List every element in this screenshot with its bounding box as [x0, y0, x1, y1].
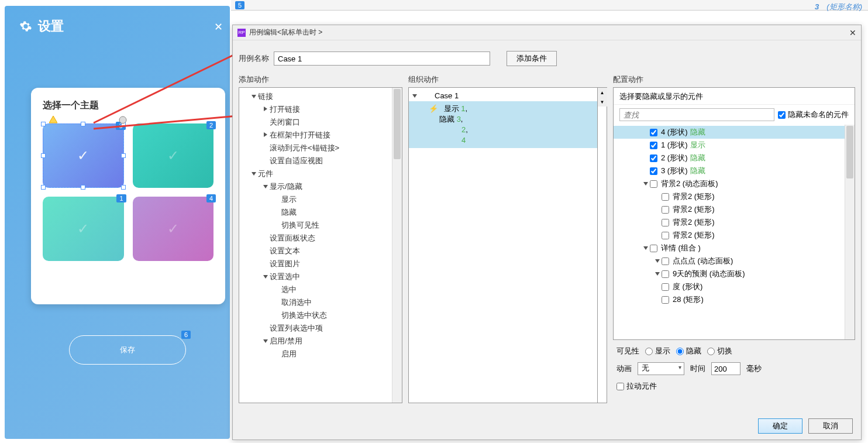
vis-show-radio[interactable]: 显示 [645, 346, 670, 356]
animation-row: 动画 无 时间 毫秒 [616, 362, 852, 375]
tile-badge: 2 [206, 121, 216, 129]
case-name-input[interactable] [274, 51, 490, 66]
move-up-button[interactable]: ▲ [598, 88, 607, 97]
section-headers: 添加动作 组织动作 配置动作 [233, 71, 861, 87]
configure-tree-item[interactable]: 度 (形状) [614, 280, 845, 293]
configure-tree-item[interactable]: 背景2 (矩形) [614, 190, 845, 203]
item-checkbox[interactable] [662, 232, 669, 239]
search-input[interactable] [619, 108, 774, 121]
dialog-top-row: 用例名称 添加条件 [233, 40, 861, 71]
save-button[interactable]: 保存 [69, 335, 186, 365]
actions-tree[interactable]: 链接打开链接关闭窗口在框架中打开链接滚动到元件<锚链接>设置自适应视图元件显示/… [239, 88, 392, 403]
ruler-top [231, 0, 868, 11]
configure-tree-item[interactable]: 背景2 (矩形) [614, 216, 845, 229]
actions-scrollbar[interactable] [392, 88, 402, 403]
theme-tile-4[interactable]: 4 ✓ [133, 197, 214, 261]
item-checkbox[interactable] [650, 154, 657, 162]
configure-tree-item[interactable]: 4 (形状)隐藏 [614, 126, 845, 139]
item-checkbox[interactable] [650, 245, 657, 252]
item-checkbox[interactable] [662, 193, 669, 201]
action-tree-item[interactable]: 显示/隐藏 [239, 180, 392, 193]
case-label: Case 1 [435, 91, 459, 100]
configure-tree-item[interactable]: 详情 (组合 ) [614, 242, 845, 255]
organize-updown: ▲ ▼ [597, 88, 607, 403]
action-tree-item[interactable]: 启用 [239, 348, 392, 360]
configure-tree-item[interactable]: 28 (矩形) [614, 293, 845, 306]
configure-tree-item[interactable]: 2 (形状)隐藏 [614, 152, 845, 164]
configure-tree-item[interactable]: 背景2 (矩形) [614, 203, 845, 216]
configure-tree-item[interactable]: 1 (形状)显示 [614, 139, 845, 152]
item-checkbox[interactable] [662, 296, 669, 304]
item-checkbox[interactable] [662, 257, 669, 265]
item-checkbox[interactable] [650, 167, 657, 175]
theme-tile-2[interactable]: 2 ✓ [133, 123, 214, 188]
time-input[interactable] [711, 362, 740, 375]
circle-marker [119, 116, 127, 124]
action-tree-item[interactable]: 设置文本 [239, 245, 392, 257]
item-checkbox[interactable] [662, 219, 669, 226]
configure-options: 可见性 显示 隐藏 切换 动画 无 时间 毫秒 拉动元件 [613, 340, 855, 403]
anim-select[interactable]: 无 [638, 362, 684, 375]
vis-toggle-radio[interactable]: 切换 [707, 346, 732, 356]
action-tree-item[interactable]: 打开链接 [239, 103, 392, 116]
action-tree-item[interactable]: 取消选中 [239, 296, 392, 309]
action-tree-item[interactable]: 设置列表选中项 [239, 322, 392, 335]
move-down-button[interactable]: ▼ [598, 97, 607, 107]
configure-scrollbar[interactable] [845, 125, 855, 339]
add-condition-button[interactable]: 添加条件 [507, 51, 557, 66]
action-tree-item[interactable]: 隐藏 [239, 206, 392, 219]
action-tree-item[interactable]: 选中 [239, 283, 392, 296]
action-tree-item[interactable]: 设置选中 [239, 270, 392, 283]
configure-tree[interactable]: 4 (形状)隐藏1 (形状)显示2 (形状)隐藏3 (形状)隐藏背景2 (动态面… [614, 125, 845, 339]
hide-unnamed-chk[interactable] [778, 111, 786, 119]
action-tree-item[interactable]: 在框架中打开链接 [239, 129, 392, 142]
action-tree-item[interactable]: 元件 [239, 167, 392, 180]
configure-tree-item[interactable]: 背景2 (动态面板) [614, 177, 845, 190]
configure-tree-item[interactable]: 9天的预测 (动态面板) [614, 267, 845, 280]
close-icon[interactable]: ✕ [849, 28, 856, 37]
action-tree-item[interactable]: 关闭窗口 [239, 116, 392, 129]
action-tree-item[interactable]: 设置图片 [239, 257, 392, 270]
gear-icon [19, 20, 32, 33]
item-checkbox[interactable] [650, 129, 657, 136]
dialog-title: 用例编辑<鼠标单击时 > [249, 28, 322, 37]
top-shape-text: (矩形名称) [826, 2, 862, 11]
item-checkbox[interactable] [650, 142, 657, 149]
app-icon: RP [237, 29, 246, 37]
cancel-button[interactable]: 取消 [808, 418, 853, 434]
action-tree-item[interactable]: 显示 [239, 193, 392, 206]
panel-badge-5: 5 [235, 1, 244, 9]
save-button-wrap: 保存 6 [69, 335, 186, 365]
settings-close-icon[interactable]: ✕ [214, 20, 223, 33]
action-tree-item[interactable]: 切换选中状态 [239, 309, 392, 322]
theme-tile-3[interactable]: 1 ✓ [43, 197, 124, 261]
drag-checkbox[interactable]: 拉动元件 [616, 381, 657, 392]
settings-header: 设置 [5, 6, 230, 47]
action-tree-item[interactable]: 启用/禁用 [239, 335, 392, 348]
item-checkbox[interactable] [662, 270, 669, 278]
action-tree-item[interactable]: 设置面板状态 [239, 232, 392, 245]
configure-tree-item[interactable]: 背景2 (矩形) [614, 229, 845, 242]
item-checkbox[interactable] [662, 283, 669, 291]
action-tree-item[interactable]: 滚动到元件<锚链接> [239, 142, 392, 154]
action-tree-item[interactable]: 切换可见性 [239, 219, 392, 232]
top-shape-label: 3 (矩形名称) [815, 0, 862, 12]
hide-unnamed-checkbox[interactable]: 隐藏未命名的元件 [778, 109, 849, 120]
configure-tree-item[interactable]: 3 (形状)隐藏 [614, 164, 845, 177]
drag-chk[interactable] [616, 383, 624, 390]
header-configure-action: 配置动作 [613, 74, 855, 85]
dialog-footer: 确定 取消 [233, 413, 861, 439]
bolt-icon: ⚡ [429, 104, 438, 113]
action-tree-item[interactable]: 链接 [239, 90, 392, 103]
organize-content: Case 1 ⚡ 显示 1, 隐藏 3, 2, 4 [409, 88, 597, 403]
action-row[interactable]: ⚡ 显示 1, 隐藏 3, 2, 4 [409, 101, 597, 148]
case-header[interactable]: Case 1 [409, 90, 597, 101]
item-checkbox[interactable] [662, 206, 669, 214]
configure-search-row: 隐藏未命名的元件 [614, 105, 855, 125]
action-tree-item[interactable]: 设置自适应视图 [239, 154, 392, 167]
vis-hide-radio[interactable]: 隐藏 [676, 346, 701, 356]
item-checkbox[interactable] [650, 180, 657, 188]
configure-tree-item[interactable]: 点点点 (动态面板) [614, 255, 845, 267]
theme-tile-1[interactable]: 3 ✓ [43, 123, 124, 188]
ok-button[interactable]: 确定 [758, 418, 802, 434]
